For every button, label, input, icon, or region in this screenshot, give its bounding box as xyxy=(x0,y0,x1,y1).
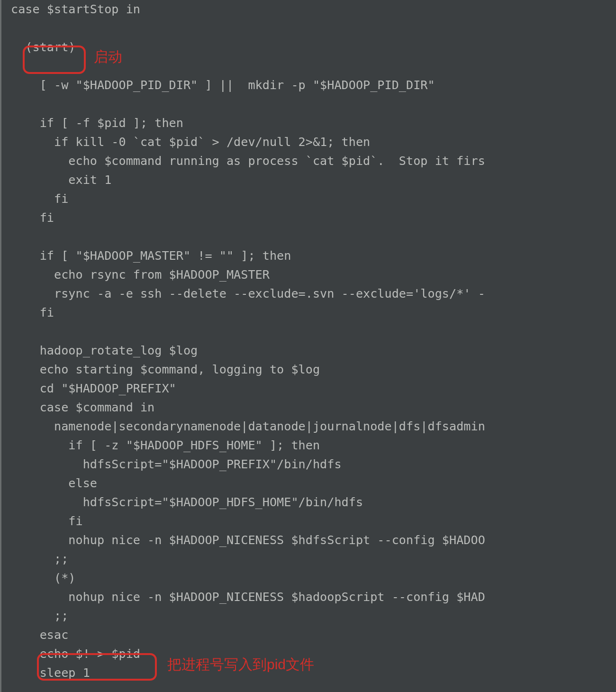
code-line: [ -w "$HADOOP_PID_DIR" ] || mkdir -p "$H… xyxy=(11,78,435,92)
code-line: hdfsScript="$HADOOP_HDFS_HOME"/bin/hdfs xyxy=(11,495,363,509)
code-line: hdfsScript="$HADOOP_PREFIX"/bin/hdfs xyxy=(11,457,342,471)
code-line: exit 1 xyxy=(11,173,111,187)
code-viewport: case $startStop in (start) [ -w "$HADOOP… xyxy=(0,0,616,692)
code-block: case $startStop in (start) [ -w "$HADOOP… xyxy=(11,0,616,683)
code-line: (*) xyxy=(11,571,75,585)
code-line: case $command in xyxy=(11,401,154,414)
code-line: esac xyxy=(11,628,68,642)
code-line: case $startStop in xyxy=(11,2,140,16)
annotation-pid-label: 把进程号写入到pid文件 xyxy=(167,655,314,674)
code-line: if kill -0 `cat $pid` > /dev/null 2>&1; … xyxy=(11,135,370,149)
code-line: fi xyxy=(11,192,68,206)
code-line: ;; xyxy=(11,552,68,566)
code-line: echo rsync from $HADOOP_MASTER xyxy=(11,268,270,282)
code-line: if [ -z "$HADOOP_HDFS_HOME" ]; then xyxy=(11,438,320,452)
code-line: fi xyxy=(11,306,54,319)
code-line: nohup nice -n $HADOOP_NICENESS $hdfsScri… xyxy=(11,533,485,547)
code-line: hadoop_rotate_log $log xyxy=(11,344,198,357)
code-line: echo $command running as process `cat $p… xyxy=(11,154,485,168)
highlight-box-start xyxy=(23,46,86,74)
code-line: fi xyxy=(11,211,54,225)
code-line: if [ "$HADOOP_MASTER" != "" ]; then xyxy=(11,249,291,263)
annotation-start-label: 启动 xyxy=(94,47,122,67)
code-line: rsync -a -e ssh --delete --exclude=.svn … xyxy=(11,287,485,300)
code-line: ;; xyxy=(11,609,68,623)
code-line: echo starting $command, logging to $log xyxy=(11,363,320,376)
code-line: namenode|secondarynamenode|datanode|jour… xyxy=(11,419,485,433)
code-line: nohup nice -n $HADOOP_NICENESS $hadoopSc… xyxy=(11,590,485,604)
code-line: fi xyxy=(11,514,83,528)
code-line: cd "$HADOOP_PREFIX" xyxy=(11,382,176,395)
highlight-box-pid xyxy=(37,653,157,681)
code-line: if [ -f $pid ]; then xyxy=(11,116,183,130)
code-line: else xyxy=(11,476,97,490)
